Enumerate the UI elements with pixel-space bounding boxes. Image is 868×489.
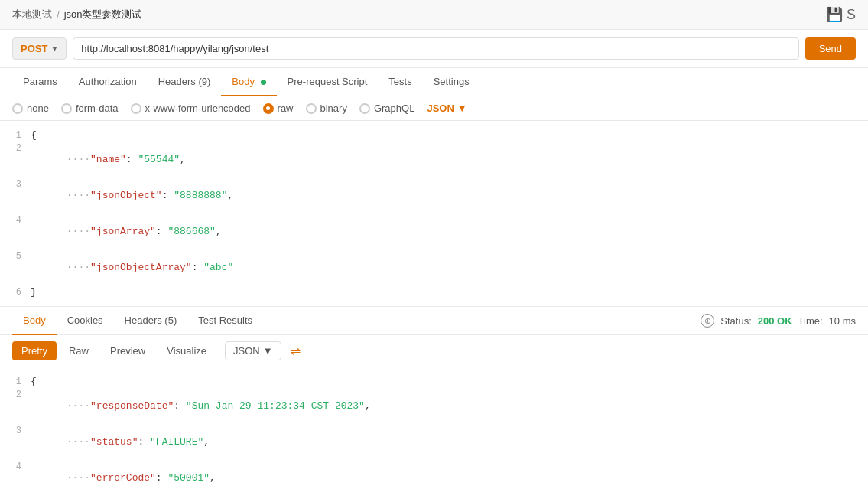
response-body-editor: 1 { 2 ····"responseDate": "Sun Jan 29 11…: [0, 367, 868, 489]
breadcrumb-current: json类型参数测试: [64, 8, 142, 21]
tab-authorization[interactable]: Authorization: [68, 68, 148, 96]
tab-params[interactable]: Params: [12, 68, 68, 96]
code-line-5: 5 ····"jsonObjectArray": "abc": [0, 249, 868, 285]
method-select[interactable]: POST ▼: [12, 37, 67, 60]
chevron-down-icon: ▼: [50, 44, 58, 53]
radio-raw: [263, 103, 274, 114]
save-button[interactable]: 💾 S: [826, 6, 856, 23]
time-value: 10 ms: [829, 315, 856, 327]
radio-urlencoded: [131, 103, 141, 114]
tab-settings[interactable]: Settings: [423, 68, 480, 96]
resp-code-line-4: 4 ····"errorCode": "50001",: [0, 460, 868, 489]
body-dot: [261, 80, 266, 85]
json-type-label: JSON: [427, 103, 454, 114]
top-bar-actions: 💾 S: [826, 6, 856, 23]
response-tab-cookies[interactable]: Cookies: [57, 307, 114, 335]
code-line-2: 2 ····"name": "55544",: [0, 142, 868, 178]
time-label: Time:: [798, 315, 823, 327]
wrap-icon[interactable]: ⇌: [291, 344, 301, 358]
globe-icon: ⊕: [701, 314, 714, 328]
chevron-down-icon: ▼: [457, 103, 467, 114]
radio-none: [12, 103, 23, 114]
code-line-4: 4 ····"jsonArray": "886668",: [0, 214, 868, 249]
body-type-bar: none form-data x-www-form-urlencoded raw…: [0, 96, 868, 121]
method-label: POST: [21, 43, 47, 54]
body-type-binary[interactable]: binary: [306, 103, 347, 114]
url-input[interactable]: [73, 37, 798, 60]
code-line-1: 1 {: [0, 129, 868, 142]
response-tab-headers[interactable]: Headers (5): [114, 307, 188, 335]
breadcrumb: 本地测试 / json类型参数测试: [12, 8, 141, 21]
format-visualize-button[interactable]: Visualize: [158, 341, 216, 360]
response-json-dropdown[interactable]: JSON ▼: [225, 341, 281, 360]
resp-code-line-2: 2 ····"responseDate": "Sun Jan 29 11:23:…: [0, 388, 868, 424]
response-meta: ⊕ Status: 200 OK Time: 10 ms: [701, 314, 856, 328]
tab-headers[interactable]: Headers (9): [148, 68, 222, 96]
status-label: Status:: [720, 315, 751, 327]
radio-binary: [306, 103, 317, 114]
tab-pre-request[interactable]: Pre-request Script: [277, 68, 379, 96]
format-preview-button[interactable]: Preview: [101, 341, 154, 360]
body-type-none[interactable]: none: [12, 103, 49, 114]
body-type-graphql[interactable]: GraphQL: [359, 103, 414, 114]
top-bar: 本地测试 / json类型参数测试 💾 S: [0, 0, 868, 30]
request-tabs-bar: Params Authorization Headers (9) Body Pr…: [0, 68, 868, 96]
tab-tests[interactable]: Tests: [378, 68, 422, 96]
resp-code-line-1: 1 {: [0, 375, 868, 388]
response-tab-body[interactable]: Body: [12, 307, 57, 335]
radio-graphql: [359, 103, 370, 114]
breadcrumb-separator: /: [57, 9, 60, 21]
body-type-urlencoded[interactable]: x-www-form-urlencoded: [131, 103, 251, 114]
body-type-form-data[interactable]: form-data: [61, 103, 119, 114]
code-line-6: 6 }: [0, 285, 868, 298]
breadcrumb-parent[interactable]: 本地测试: [12, 8, 52, 21]
body-type-raw[interactable]: raw: [263, 103, 294, 114]
status-value: 200 OK: [758, 315, 792, 327]
tab-body[interactable]: Body: [221, 68, 276, 96]
radio-form-data: [61, 103, 72, 114]
format-raw-button[interactable]: Raw: [60, 341, 98, 360]
code-line-3: 3 ····"jsonObject": "8888888",: [0, 178, 868, 214]
chevron-down-icon: ▼: [263, 345, 273, 357]
format-pretty-button[interactable]: Pretty: [12, 341, 57, 360]
response-format-bar: Pretty Raw Preview Visualize JSON ▼ ⇌: [0, 335, 868, 367]
response-tab-test-results[interactable]: Test Results: [187, 307, 263, 335]
request-body-editor[interactable]: 1 { 2 ····"name": "55544", 3 ····"jsonOb…: [0, 121, 868, 307]
send-button[interactable]: Send: [805, 37, 856, 60]
response-tabs-bar: Body Cookies Headers (5) Test Results ⊕ …: [0, 307, 868, 335]
json-type-dropdown[interactable]: JSON ▼: [427, 103, 467, 114]
request-bar: POST ▼ Send: [0, 30, 868, 68]
resp-code-line-3: 3 ····"status": "FAILURE",: [0, 424, 868, 460]
response-json-label: JSON: [233, 345, 260, 357]
